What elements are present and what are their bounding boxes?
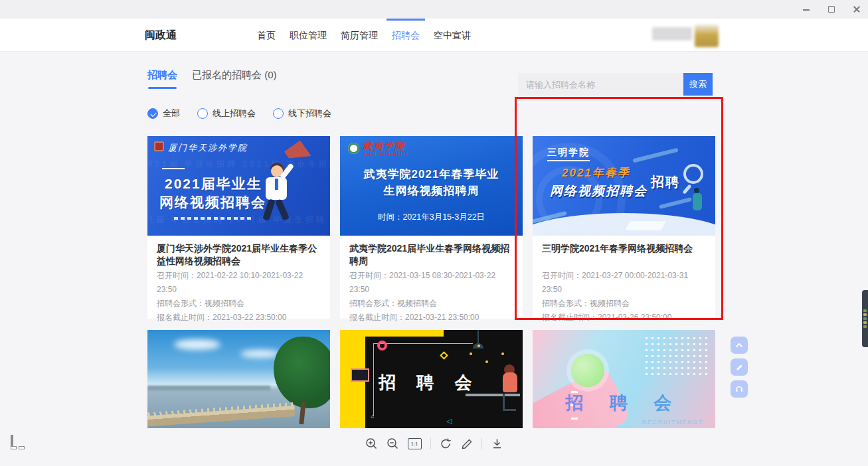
actual-size-icon[interactable]: 1:1	[408, 438, 422, 449]
bridge-illustration	[147, 406, 295, 427]
search-box: 搜索	[518, 73, 713, 96]
close-icon[interactable]	[852, 5, 861, 14]
screen-share-icon[interactable]	[11, 436, 25, 449]
toolbar-divider	[430, 438, 431, 449]
nav-item-air-talks[interactable]: 空中宣讲	[432, 19, 472, 52]
toolbar-divider	[481, 438, 482, 449]
pencil-icon	[735, 363, 744, 372]
fair-card-photo[interactable]	[147, 330, 330, 429]
fair-card-black-yellow[interactable]: 招 聘 会 ▵ ◁	[340, 330, 523, 429]
fair-card-pastel[interactable]: 招 聘 会 RECRUITMENGT	[533, 330, 715, 429]
fair-banner-image: 三明学院 2021年春季 网络视频招聘会 招聘	[533, 136, 715, 236]
app-header: 闽政通 首页 职位管理 简历管理 招聘会 空中宣讲	[0, 19, 868, 52]
fair-type-filters: 全部 线上招聘会 线下招聘会	[147, 108, 331, 119]
chevron-up-icon	[735, 341, 744, 350]
tab-registered-fairs[interactable]: 已报名的招聘会 (0)	[192, 69, 277, 89]
maximize-icon[interactable]	[827, 5, 836, 14]
app-title: 闽政通	[145, 19, 177, 52]
school-seal-icon	[154, 141, 164, 151]
school-logo-icon	[348, 143, 359, 154]
minimize-icon[interactable]	[802, 5, 811, 14]
view-toolbar: 1:1	[365, 437, 503, 450]
search-input[interactable]	[518, 73, 683, 96]
magnifier-icon	[683, 164, 703, 184]
filter-online[interactable]: 线上招聘会	[197, 108, 256, 119]
radio-checked-icon	[147, 108, 158, 119]
fair-open-time: 召开时间：2021-02-22 10:10-2021-03-22 23:50	[157, 269, 321, 297]
filter-offline[interactable]: 线下招聘会	[273, 108, 331, 119]
content-tabs: 招聘会 已报名的招聘会 (0)	[147, 69, 277, 89]
fair-open-time: 召开时间：2021-03-27 00:00-2021-03-31 23:50	[542, 269, 706, 297]
bottom-bar: 1:1	[0, 428, 868, 466]
scroll-to-top-button[interactable]	[731, 337, 748, 354]
filter-all[interactable]: 全部	[147, 108, 180, 119]
fair-title: 武夷学院2021届毕业生春季网络视频招聘周	[349, 242, 513, 269]
fair-format: 招聘会形式：视频招聘会	[157, 297, 321, 311]
user-name-blurred	[652, 27, 692, 40]
radio-icon	[197, 108, 208, 119]
fair-card-xiamen-huatian[interactable]: 2021届 毕业生招聘 2021届 毕业生招聘 2021届 毕业生招聘 2021…	[147, 136, 330, 319]
zoom-out-icon[interactable]	[387, 437, 399, 450]
user-profile[interactable]	[652, 19, 719, 52]
fair-deadline: 报名截止时间：2021-03-21 23:50:00	[349, 311, 513, 325]
fair-open-time: 召开时间：2021-03-15 08:30-2021-03-22 23:50	[349, 269, 513, 297]
fair-card-sanming[interactable]: 三明学院 2021年春季 网络视频招聘会 招聘 三明学院2021年春季网络视频招…	[533, 136, 715, 319]
side-panel-handle[interactable]	[862, 290, 868, 347]
window-titlebar	[0, 0, 868, 19]
tree-illustration	[274, 337, 330, 408]
nav-item-positions[interactable]: 职位管理	[288, 19, 328, 52]
fair-title: 三明学院2021年春季网络视频招聘会	[542, 242, 706, 269]
edit-fab-button[interactable]	[731, 358, 748, 376]
nav-item-job-fairs[interactable]: 招聘会	[391, 19, 421, 52]
fair-title: 厦门华天涉外学院2021届毕业生春季公益性网络视频招聘会	[157, 242, 321, 269]
fair-banner-image: 2021届 毕业生招聘 2021届 毕业生招聘 2021届 毕业生招聘 2021…	[147, 136, 330, 236]
download-icon[interactable]	[491, 437, 503, 450]
main-nav: 首页 职位管理 简历管理 招聘会 空中宣讲	[256, 19, 472, 52]
computer-illustration	[351, 368, 369, 382]
fair-banner-image: 武夷学院 WUYI UNIVERSITY 武夷学院2021年春季毕业 生网络视频…	[340, 136, 523, 236]
headset-icon	[735, 384, 744, 394]
zoom-in-icon[interactable]	[365, 437, 378, 450]
tab-job-fairs[interactable]: 招聘会	[147, 69, 177, 89]
fair-deadline: 报名截止时间：2021-03-22 23:50:00	[157, 311, 321, 325]
fair-format: 招聘会形式：视频招聘会	[349, 297, 513, 311]
fair-card-wuyi[interactable]: 武夷学院 WUYI UNIVERSITY 武夷学院2021年春季毕业 生网络视频…	[340, 136, 523, 319]
fair-format: 招聘会形式：视频招聘会	[542, 297, 706, 311]
rotate-icon[interactable]	[440, 437, 452, 450]
radio-icon	[273, 108, 284, 119]
person-illustration	[503, 372, 517, 392]
annotate-pencil-icon[interactable]	[461, 438, 473, 450]
customer-service-button[interactable]	[731, 380, 748, 398]
avatar[interactable]	[695, 25, 719, 47]
nav-item-resumes[interactable]: 简历管理	[339, 19, 379, 52]
fair-deadline: 报名截止时间：2021-03-26 23:50:00	[542, 311, 706, 325]
search-button[interactable]: 搜索	[683, 73, 713, 96]
nav-item-home[interactable]: 首页	[256, 19, 277, 52]
